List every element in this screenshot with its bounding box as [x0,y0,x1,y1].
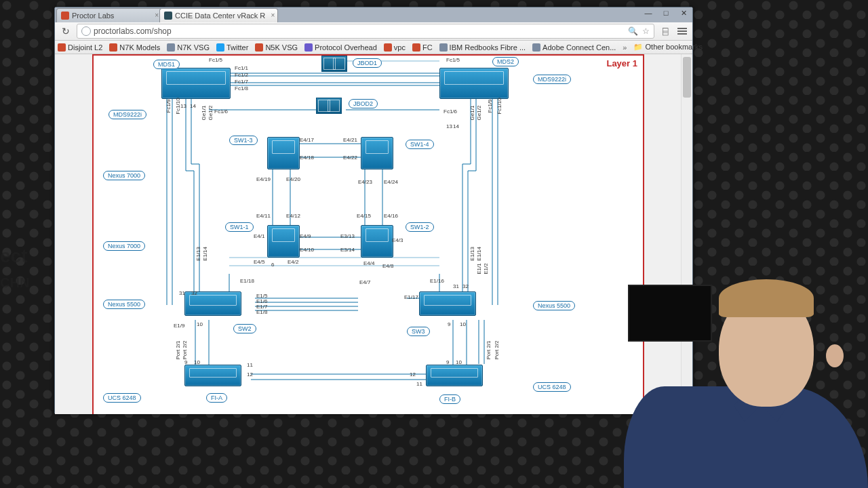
device-mds2 [439,68,509,99]
lab: 11 [247,362,253,368]
lab: 6 [271,262,274,268]
close-icon[interactable]: × [271,12,275,19]
lab: 12 [247,371,253,378]
close-icon[interactable]: × [155,12,159,19]
lab: Ge1/1 [201,106,207,121]
lab: Ge1/1 [469,106,475,121]
lab: E4/11 [256,213,271,219]
lab: Fc1/5 [446,57,460,63]
bookmark-n5k-vsg[interactable]: N5K VSG [255,43,298,52]
other-bookmarks[interactable]: 📁 Other bookmarks [633,43,702,52]
globe-icon [81,26,91,36]
chip-jbod1: JBOD1 [353,58,382,68]
lab: 14 [190,103,196,109]
bookmark-n7k-vsg[interactable]: N7K VSG [167,43,210,52]
tab-proctor-labs[interactable]: Proctor Labs × [56,8,162,22]
lab: E4/21 [343,137,357,143]
legend-n7k-2: Nexus 7000 [103,241,145,251]
lab: E4/12 [286,213,300,219]
url-text: proctorlabs.com/shop [94,26,172,36]
device-sw3 [419,291,476,316]
lab: Fc1/8 [235,85,248,92]
lab: Port 2/2 [494,340,500,359]
tab-title: Proctor Labs [72,12,114,20]
lab: E4/5 [254,259,264,265]
bookmark-fc[interactable]: FC [412,43,433,52]
toolbar: ↻ proctorlabs.com/shop 🔍 ☆ ⌸ [55,22,692,41]
lab: E4/9 [300,233,311,239]
lab: 10 [456,359,462,365]
scrollbar-thumb[interactable] [683,57,691,98]
content-area: Layer 1 [55,54,692,414]
device-sw1-2 [361,225,393,258]
bookmark-ibm-redbooks[interactable]: IBM Redbooks Fibre ... [439,43,526,52]
menu-button[interactable] [676,25,688,37]
lab: 12 [410,371,416,378]
lab: E1/13 [195,247,201,261]
lab: Fc1/6 [214,108,228,115]
tab-ccie-datacenter[interactable]: CCIE Data Center vRack R × [159,8,278,22]
bookmark-disjoint-l2[interactable]: Disjoint L2 [58,43,102,52]
lab: E3/14 [340,247,355,253]
lab: 13 [180,103,186,109]
reload-button[interactable]: ↻ [59,24,73,38]
lab: E4/17 [300,137,314,143]
bookmark-twitter[interactable]: Twitter [216,43,248,52]
search-icon[interactable]: 🔍 [628,26,638,36]
window-buttons: — □ ✕ [642,9,690,18]
diagram-page: Layer 1 [92,54,644,414]
chip-mds2: MDS2 [492,57,519,66]
lab: 10 [197,321,203,327]
lab: 11 [416,381,422,387]
lab: Fc1/6 [443,108,457,115]
lab: E1/16 [430,278,444,284]
star-icon[interactable]: ☆ [642,26,650,36]
bookmark-n7k-models[interactable]: N7K Models [109,43,160,52]
lab: Fc1/9 [165,99,172,113]
tab-strip: Proctor Labs × CCIE Data Center vRack R … [55,7,692,22]
lab: E4/2 [288,259,298,265]
cast-icon[interactable]: ⌸ [658,24,672,38]
chip-fib: FI-B [439,394,460,404]
device-jbod1 [321,56,347,72]
bookmark-protocol-overhead[interactable]: Protocol Overhead [304,43,377,52]
device-fi-a [184,365,241,386]
lab: E4/3 [392,237,403,243]
device-jbod2 [316,98,342,114]
chip-sw14: SW1-4 [406,140,434,149]
lab: E4/1 [254,233,264,239]
minimize-button[interactable]: — [642,9,654,18]
lab: E1/13 [469,247,475,261]
lab: E4/23 [358,179,372,185]
lab: E1/17 [404,294,418,300]
overflow-icon[interactable]: » [623,43,627,52]
lab: E1/18 [240,278,254,284]
maximize-button[interactable]: □ [660,9,672,18]
tab-title: CCIE Data Center vRack R [175,12,265,20]
lab: 9 [184,359,187,365]
lab: 9 [448,321,450,327]
lab: E3/13 [340,233,355,239]
lab: E4/19 [256,176,271,182]
address-bar[interactable]: proctorlabs.com/shop 🔍 ☆ [77,24,654,39]
lab: E1/14 [202,247,208,261]
lab: E1/2 [483,263,489,274]
close-window-button[interactable]: ✕ [677,9,690,18]
lab: Port 2/1 [175,340,181,359]
lab: Fc1/10 [496,98,502,114]
scrollbar[interactable] [681,54,692,414]
lab: E4/20 [286,176,300,182]
lab: Fc1/7 [235,79,248,85]
bookmark-adobe-connect[interactable]: Adobe Connect Cen... [532,43,616,52]
legend-n5500-r: Nexus 5500 [533,301,575,310]
device-mds1 [161,68,231,99]
lab: 13 [446,123,452,129]
legend-mds9222i-l: MDS9222i [108,110,146,119]
lab: 32 [191,290,197,296]
lab: E4/7 [359,279,370,285]
lab: E4/16 [384,213,398,219]
bookmarks-bar: Disjoint L2 N7K Models N7K VSG Twitter N… [55,41,692,54]
legend-ucs-r: UCS 6248 [533,382,571,392]
bookmark-vpc[interactable]: vpc [384,43,406,52]
lab: Fc1/2 [235,72,248,78]
